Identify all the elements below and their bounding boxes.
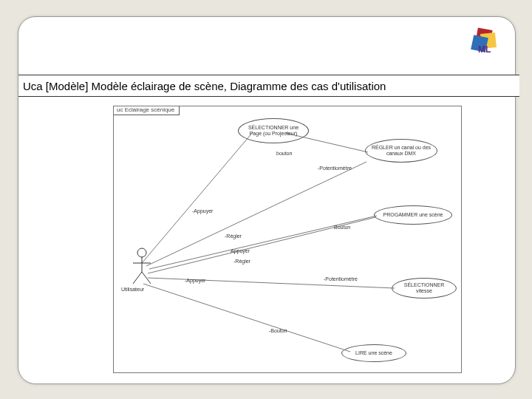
frame-label: uc Eclairage scénique [114, 106, 180, 115]
label-regler-1: -Régler [225, 233, 242, 239]
slide-frame: ML Uca [Modèle] Modèle éclairage de scèn… [18, 16, 516, 384]
diagram-title: Uca [Modèle] Modèle éclairage de scène, … [23, 80, 386, 92]
svg-line-14 [133, 272, 142, 284]
label-potentiometre-2: -Potentiomètre [324, 276, 358, 282]
svg-line-15 [142, 272, 151, 284]
label-bouton-1: bouton [276, 151, 292, 156]
label-appuyer-1: -Appuyer [192, 208, 213, 214]
sysml-logo: ML [471, 26, 503, 61]
svg-point-11 [137, 248, 146, 257]
usecase-regler-canal: RÉGLER un canal ou des canaux DMX [365, 139, 437, 163]
label-appuyer-2: Appuyer [231, 248, 250, 253]
usecase-lire-scene: LIRE une scène [341, 344, 406, 362]
label-regler-2: -Régler [233, 259, 250, 264]
label-potentiometre-1: -Potentiomètre [318, 166, 352, 171]
usecase-select-page: SÉLECTIONNER une Page (ou Projecteur) [238, 118, 309, 143]
usecase-programmer-scene: PROGAMMER une scène [374, 205, 452, 225]
svg-line-10 [143, 284, 350, 352]
diagram-title-bar: Uca [Modèle] Modèle éclairage de scène, … [18, 75, 519, 97]
usecase-diagram: uc Eclairage scénique Utilisateur [113, 106, 462, 373]
actor-label: Utilisateur [121, 287, 144, 292]
svg-line-4 [142, 132, 253, 263]
svg-text:ML: ML [478, 44, 491, 55]
label-appuyer-3: -Appuyer [185, 278, 205, 283]
label-bouton-3: -Bouton [269, 328, 287, 333]
label-bouton-2: Bouton [334, 225, 350, 230]
usecase-select-vitesse: SÉLECTIONNER vitesse [392, 278, 457, 299]
svg-line-6 [146, 162, 366, 266]
svg-line-7 [149, 216, 377, 269]
